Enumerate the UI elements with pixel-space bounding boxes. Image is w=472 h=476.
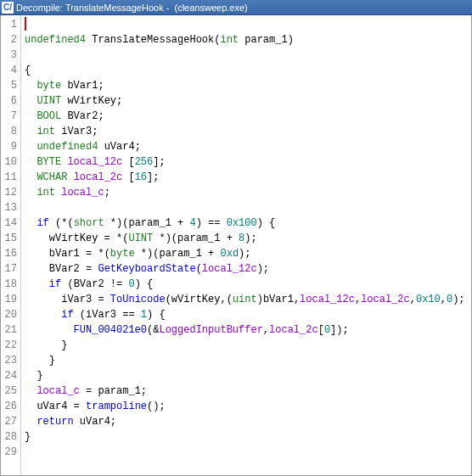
token-pun: = *( [80, 248, 110, 260]
token-pun [25, 248, 49, 260]
token-gl: local_2c [361, 294, 410, 305]
token-num: 0 [128, 278, 134, 290]
token-pun: (& [147, 324, 159, 336]
code-line[interactable]: undefined4 TranslateMessageHook(int para… [25, 32, 471, 48]
code-line[interactable]: UINT wVirtKey; [25, 93, 471, 109]
line-number: 2 [1, 32, 17, 48]
line-number: 7 [1, 109, 17, 124]
token-pun: ); [257, 263, 269, 275]
token-num: 16 [135, 171, 147, 183]
token-pun: , [410, 294, 416, 305]
token-gl: local_2c [269, 324, 318, 336]
line-number: 25 [1, 384, 17, 399]
token-gf: trampoline [86, 400, 147, 412]
token-pun: ]); [330, 324, 349, 336]
token-ty: WCHAR [37, 171, 73, 183]
code-line[interactable] [25, 200, 471, 216]
token-pun: = [92, 294, 110, 305]
token-ty: short [74, 217, 110, 229]
token-ty: UINT [37, 95, 67, 107]
token-num: 0 [324, 324, 330, 336]
token-pun: ) { [147, 309, 166, 321]
code-line[interactable]: int iVar3; [25, 124, 471, 139]
token-pun: = [80, 385, 98, 397]
token-pun: } [25, 370, 43, 382]
token-pun: ) [257, 294, 263, 305]
token-pun: { [25, 64, 31, 76]
token-ty: BYTE [37, 156, 67, 168]
token-pun: + [202, 248, 221, 260]
token-id: BVar2 [49, 263, 80, 275]
code-line[interactable] [25, 445, 471, 460]
code-line[interactable]: } [25, 368, 471, 384]
token-ty: uint [233, 294, 257, 305]
code-line[interactable]: BOOL BVar2; [25, 109, 471, 124]
code-editor[interactable]: undefined4 TranslateMessageHook(int para… [21, 15, 471, 475]
token-pun: != [104, 278, 129, 290]
token-num: 4 [189, 217, 195, 229]
code-line[interactable]: BYTE local_12c [256]; [25, 154, 471, 170]
code-line[interactable]: { [25, 63, 471, 78]
code-line[interactable]: if (BVar2 != 0) { [25, 277, 471, 292]
token-pun: ]; [147, 171, 159, 183]
code-line[interactable]: uVar4 = trampoline(); [25, 399, 471, 414]
token-pun [25, 400, 37, 412]
code-line[interactable]: byte bVar1; [25, 78, 471, 93]
token-id: iVar3 [61, 126, 92, 137]
code-line[interactable]: iVar3 = ToUnicode(wVirtKey,(uint)bVar1,l… [25, 292, 471, 307]
app-icon: C/ [2, 2, 14, 14]
code-line[interactable]: return uVar4; [25, 414, 471, 429]
line-number: 24 [1, 368, 17, 384]
token-pun: ); [239, 248, 250, 260]
token-pun: + [171, 217, 190, 229]
token-pun: (); [147, 400, 166, 412]
line-number: 20 [1, 307, 17, 322]
token-id: iVar3 [86, 309, 116, 321]
token-id: param_1 [159, 248, 201, 260]
token-id: bVar1 [49, 248, 80, 260]
token-pun: ; [141, 385, 147, 397]
code-line[interactable] [25, 17, 471, 32]
token-pun: *)( [159, 232, 177, 244]
token-pun [25, 416, 37, 428]
line-number: 10 [1, 154, 17, 170]
token-pun: ; [92, 126, 98, 137]
token-gl: local_c [37, 385, 79, 397]
token-id: iVar3 [61, 294, 92, 305]
code-line[interactable] [25, 48, 471, 63]
token-pun: ( [80, 309, 86, 321]
line-number: 6 [1, 93, 17, 109]
token-pun: ) { [135, 278, 154, 290]
token-gl: local_12c [202, 263, 257, 275]
line-number: 26 [1, 399, 17, 414]
code-line[interactable]: } [25, 338, 471, 353]
code-line[interactable]: local_c = param_1; [25, 384, 471, 399]
token-id: param_1 [177, 232, 220, 244]
token-pun: (*( [55, 217, 74, 229]
code-line[interactable]: wVirtKey = *(UINT *)(param_1 + 8); [25, 231, 471, 246]
code-line[interactable]: bVar1 = *(byte *)(param_1 + 0xd); [25, 246, 471, 261]
code-line[interactable]: undefined4 uVar4; [25, 139, 471, 154]
titlebar[interactable]: C/ Decompile: TranslateMessageHook - (cl… [0, 0, 472, 15]
token-pun [25, 217, 37, 229]
code-line[interactable]: FUN_004021e0(&LoggedInputBuffer,local_2c… [25, 322, 471, 338]
code-line[interactable]: int local_c; [25, 185, 471, 200]
token-pun: ) { [257, 217, 276, 229]
line-number: 16 [1, 246, 17, 261]
code-line[interactable]: } [25, 353, 471, 368]
line-number: 17 [1, 261, 17, 277]
code-line[interactable]: if (iVar3 == 1) { [25, 307, 471, 322]
line-number: 22 [1, 338, 17, 353]
line-number: 29 [1, 445, 17, 460]
token-id: bVar1 [263, 294, 294, 305]
line-number: 8 [1, 124, 17, 139]
token-pun: == [116, 309, 141, 321]
token-pun [25, 110, 37, 122]
code-line[interactable]: } [25, 429, 471, 445]
code-line[interactable]: if (*(short *)(param_1 + 4) == 0x100) { [25, 216, 471, 231]
token-ty: int [220, 34, 244, 46]
token-kw: if [49, 278, 68, 290]
code-line[interactable]: BVar2 = GetKeyboardState(local_12c); [25, 261, 471, 277]
code-line[interactable]: WCHAR local_2c [16]; [25, 170, 471, 185]
token-gl: local_12c [67, 156, 128, 168]
